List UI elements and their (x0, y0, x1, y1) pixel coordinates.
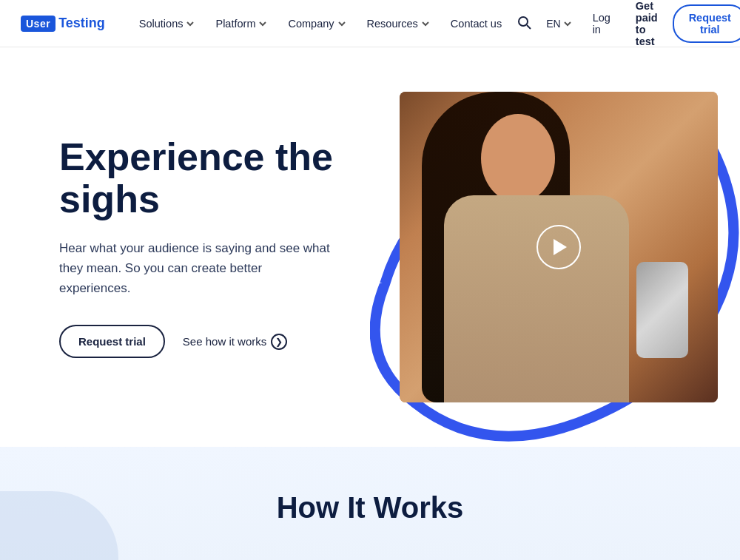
tab-share[interactable]: Share (505, 554, 596, 560)
svg-point-0 (519, 17, 528, 26)
how-section: How It Works Target Ask Watch Learn Shar… (0, 447, 740, 560)
chevron-down-icon (258, 19, 267, 28)
nav-item-contact[interactable]: Contact us (440, 12, 512, 36)
hero-headline: Experience the sighs (59, 136, 370, 220)
nav-item-company[interactable]: Company (278, 12, 356, 36)
play-icon (554, 239, 567, 255)
tab-target[interactable]: Target (144, 554, 238, 560)
svg-line-1 (527, 25, 531, 29)
chevron-down-icon (421, 19, 430, 28)
search-icon (517, 15, 531, 30)
logo-user: User (21, 16, 56, 32)
hero-image-container (400, 92, 718, 402)
hero-trial-button[interactable]: Request trial (59, 325, 165, 358)
nav-right: EN Log in Get paid to test Request trial (512, 0, 740, 53)
how-it-works-link[interactable]: See how it works ❯ (183, 334, 287, 350)
play-button[interactable] (536, 225, 581, 269)
tab-ask[interactable]: Ask (238, 554, 318, 560)
how-tabs: Target Ask Watch Learn Share (30, 554, 710, 560)
tab-learn[interactable]: Learn (413, 554, 505, 560)
hero-section: Experience the sighs Hear what your audi… (0, 47, 740, 447)
language-selector[interactable]: EN (540, 13, 577, 34)
nav-item-solutions[interactable]: Solutions (129, 12, 206, 36)
nav-item-resources[interactable]: Resources (357, 12, 440, 36)
hero-actions: Request trial See how it works ❯ (59, 325, 370, 358)
circle-arrow-icon: ❯ (271, 334, 287, 350)
tab-watch[interactable]: Watch (319, 554, 413, 560)
logo[interactable]: User Testing (21, 16, 105, 32)
request-trial-button[interactable]: Request trial (673, 4, 740, 43)
hero-image-wrap (400, 92, 718, 402)
logo-testing: Testing (58, 16, 105, 31)
chevron-down-icon (563, 19, 572, 28)
get-paid-link[interactable]: Get paid to test (625, 0, 668, 53)
login-button[interactable]: Log in (582, 6, 621, 41)
nav-item-platform[interactable]: Platform (205, 12, 278, 36)
hero-text: Experience the sighs Hear what your audi… (59, 136, 370, 359)
how-section-title: How It Works (0, 491, 740, 524)
chevron-down-icon (337, 19, 346, 28)
navbar: User Testing Solutions Platform Company … (0, 0, 740, 47)
hero-subtitle: Hear what your audience is saying and se… (59, 238, 333, 299)
chevron-down-icon (186, 19, 195, 28)
search-button[interactable] (512, 10, 536, 37)
nav-links: Solutions Platform Company Resources Con… (129, 12, 512, 36)
